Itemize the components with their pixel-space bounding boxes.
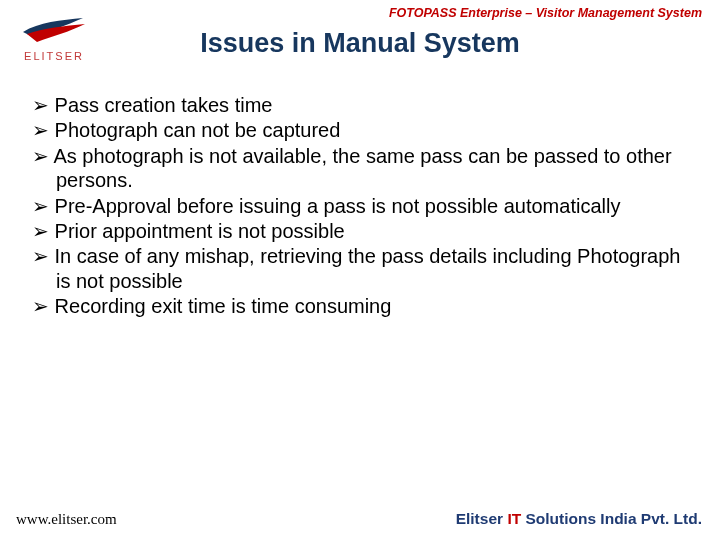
list-item: Pass creation takes time — [32, 93, 692, 117]
list-item: As photograph is not available, the same… — [32, 144, 692, 193]
logo-swoosh-icon — [21, 16, 87, 46]
brand-logo: ELITSER — [14, 16, 94, 62]
company-prefix: Elitser — [456, 510, 508, 527]
list-item: Prior appointment is not possible — [32, 219, 692, 243]
header-product-line: FOTOPASS Enterprise – Visitor Management… — [0, 0, 720, 22]
company-highlight: IT — [507, 510, 521, 527]
brand-name: ELITSER — [24, 50, 84, 62]
list-item: Recording exit time is time consuming — [32, 294, 692, 318]
slide-footer: www.elitser.com Elitser IT Solutions Ind… — [0, 510, 720, 528]
footer-url: www.elitser.com — [16, 511, 117, 528]
issues-list: Pass creation takes time Photograph can … — [0, 93, 720, 319]
footer-company: Elitser IT Solutions India Pvt. Ltd. — [456, 510, 702, 528]
list-item: In case of any mishap, retrieving the pa… — [32, 244, 692, 293]
list-item: Pre-Approval before issuing a pass is no… — [32, 194, 692, 218]
slide-title: Issues in Manual System — [0, 28, 720, 59]
company-suffix: Solutions India Pvt. Ltd. — [521, 510, 702, 527]
list-item: Photograph can not be captured — [32, 118, 692, 142]
